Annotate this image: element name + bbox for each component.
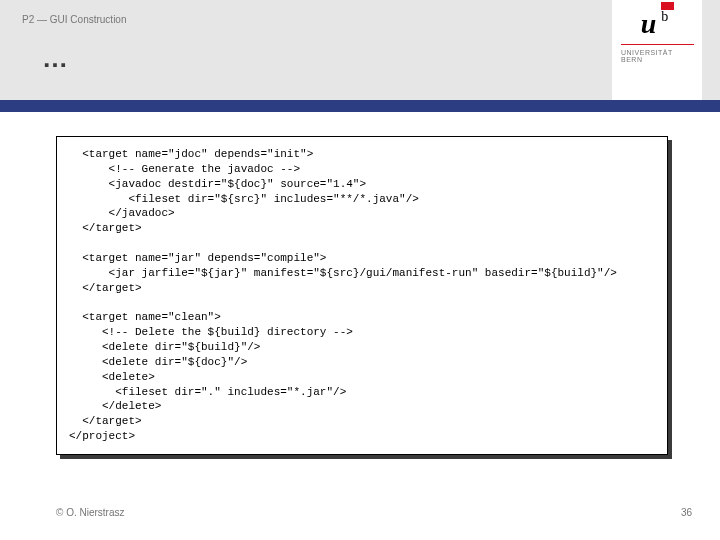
university-logo: u b UNIVERSITÄT BERN [612,0,702,100]
logo-text-line1: UNIVERSITÄT [621,49,694,56]
logo-divider [621,44,694,45]
logo-b-group: b [661,2,674,24]
logo-text-line2: BERN [621,56,694,63]
code-snippet-container: <target name="jdoc" depends="init"> <!--… [56,136,668,455]
header-bar: P2 — GUI Construction … u b UNIVERSITÄT … [0,0,720,100]
code-snippet: <target name="jdoc" depends="init"> <!--… [56,136,668,455]
copyright-text: © O. Nierstrasz [56,507,125,518]
content-area: <target name="jdoc" depends="init"> <!--… [0,112,720,455]
footer: © O. Nierstrasz 36 [56,507,692,518]
logo-ub: u b [621,10,694,38]
page-number: 36 [681,507,692,518]
logo-b-letter: b [661,10,674,24]
separator-bar [0,100,720,112]
logo-u-letter: u [641,10,657,38]
